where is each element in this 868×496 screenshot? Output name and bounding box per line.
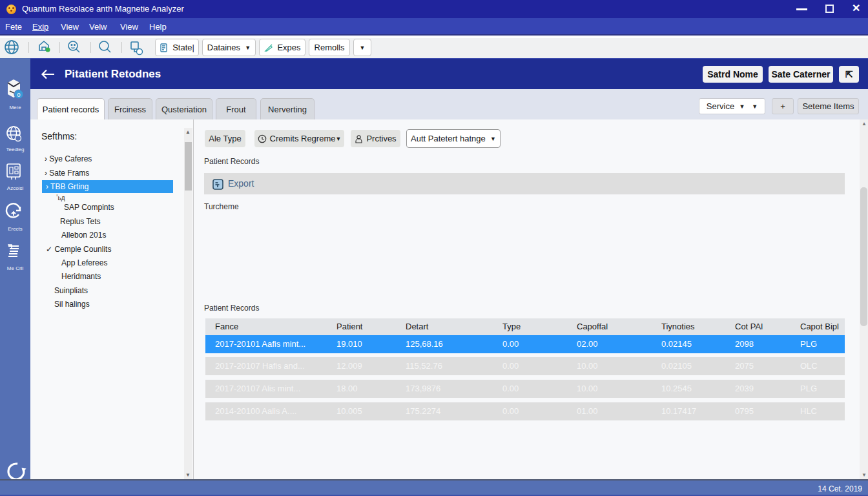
svg-text:0: 0: [17, 92, 20, 98]
